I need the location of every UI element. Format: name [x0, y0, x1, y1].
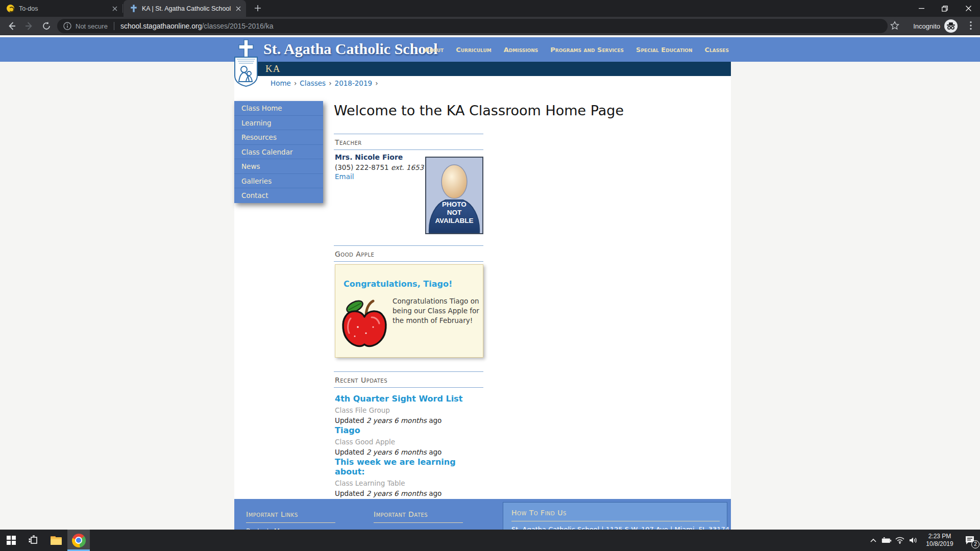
teacher-photo-placeholder: PHOTO NOT AVAILABLE: [425, 157, 483, 234]
site-footer: Important Links Pastor's Message Importa…: [234, 499, 731, 530]
footer-dates-column: Important Dates: [374, 510, 463, 523]
incognito-icon: [944, 19, 958, 33]
tab-title: To-dos: [19, 5, 112, 12]
breadcrumb-home[interactable]: Home: [271, 79, 291, 87]
wifi-icon[interactable]: [893, 530, 906, 551]
phone-extension: ext. 1653: [391, 163, 424, 171]
good-apple-section-heading: Good Apple: [334, 245, 483, 262]
notification-badge: 2: [971, 540, 979, 548]
close-button[interactable]: [957, 0, 980, 17]
sidebar-item-class-calendar[interactable]: Class Calendar: [234, 145, 323, 160]
clock-time: 2:23 PM: [922, 533, 958, 540]
school-name: St. Agatha Catholic School: [263, 40, 438, 58]
cross-favicon-icon: [130, 5, 137, 12]
sidebar-item-news[interactable]: News: [234, 159, 323, 174]
breadcrumb-separator: ›: [375, 79, 378, 87]
updated-prefix: Updated: [335, 489, 364, 497]
breadcrumb-year[interactable]: 2018-2019: [335, 79, 373, 87]
updated-suffix: ago: [429, 448, 442, 456]
updated-time: 2 years 6 months: [366, 416, 427, 424]
action-center-button[interactable]: 2: [960, 530, 980, 551]
update-link[interactable]: This week we are learning about:: [335, 457, 488, 477]
photo-text-line: NOT: [426, 209, 482, 217]
sidebar-item-resources[interactable]: Resources: [234, 130, 323, 145]
recent-updates-section-title: Recent Updates: [335, 376, 387, 384]
tab-separator: [122, 4, 123, 13]
volume-icon[interactable]: [906, 530, 920, 551]
update-item: Tiago Class Good Apple Updated 2 years 6…: [335, 425, 488, 456]
system-tray: 2:23 PM 10/8/2019 2: [867, 530, 980, 551]
back-icon[interactable]: [7, 21, 17, 31]
restore-button[interactable]: [933, 0, 957, 17]
tab-close-icon[interactable]: [236, 6, 241, 11]
tab-close-icon[interactable]: [112, 6, 117, 11]
sidebar-item-contact[interactable]: Contact: [234, 188, 323, 203]
update-link[interactable]: 4th Quarter Sight Word List: [335, 394, 488, 404]
nav-curriculum[interactable]: Curriculum: [456, 46, 492, 54]
page-title: Welcome to the KA Classroom Home Page: [334, 103, 624, 118]
class-sidebar-menu: Class Home Learning Resources Class Cale…: [234, 101, 323, 203]
update-timestamp: Updated 2 years 6 months ago: [335, 448, 488, 456]
task-view-button[interactable]: [22, 530, 45, 551]
clock-date: 10/8/2019: [922, 540, 958, 548]
updated-suffix: ago: [429, 489, 442, 497]
update-item: 4th Quarter Sight Word List Class File G…: [335, 394, 488, 424]
chrome-taskbar-button[interactable]: [67, 530, 90, 551]
breadcrumb-classes[interactable]: Classes: [300, 79, 326, 87]
update-category: Class Good Apple: [335, 438, 488, 446]
todos-favicon-icon: [7, 5, 14, 12]
sidebar-item-galleries[interactable]: Galleries: [234, 174, 323, 189]
battery-icon[interactable]: [880, 530, 893, 551]
taskbar-clock[interactable]: 2:23 PM 10/8/2019: [922, 533, 958, 548]
footer-rule: [246, 522, 335, 523]
bookmark-star-icon[interactable]: [890, 21, 899, 30]
photo-text-line: PHOTO: [426, 201, 482, 209]
school-logo-icon: [232, 39, 260, 88]
breadcrumb-separator: ›: [329, 79, 331, 87]
footer-rule: [374, 522, 463, 523]
update-category: Class File Group: [335, 406, 488, 414]
tab-todos[interactable]: To-dos: [0, 0, 122, 17]
url-path: /classes/2015-2016/ka: [202, 22, 273, 30]
how-to-find-us-title: How To Find Us: [511, 509, 720, 517]
minimize-button[interactable]: [910, 0, 933, 17]
teacher-section-heading: Teacher: [334, 134, 483, 150]
update-link[interactable]: Tiago: [335, 425, 488, 435]
window-controls: [910, 0, 980, 17]
good-apple-card: Congratulations, Tiago! Congratulations …: [335, 264, 483, 358]
start-button[interactable]: [0, 530, 22, 551]
tab-ka-school[interactable]: KA | St. Agatha Catholic School: [124, 0, 246, 17]
file-explorer-button[interactable]: [45, 530, 67, 551]
sidebar-item-class-home[interactable]: Class Home: [234, 101, 323, 116]
updated-prefix: Updated: [335, 416, 364, 424]
phone-number: (305) 222-8751: [335, 163, 389, 171]
incognito-label: Incognito: [913, 22, 940, 30]
page-url: school.stagathaonline.org/classes/2015-2…: [120, 22, 274, 30]
reload-icon[interactable]: [41, 21, 52, 31]
nav-admissions[interactable]: Admissions: [504, 46, 538, 54]
forward-icon[interactable]: [24, 21, 34, 31]
nav-programs-and-services[interactable]: Programs and Services: [550, 46, 624, 54]
menu-kebab-icon[interactable]: [970, 21, 972, 30]
nav-classes[interactable]: Classes: [705, 46, 729, 54]
tray-chevron-icon[interactable]: [867, 530, 880, 551]
updated-time: 2 years 6 months: [366, 489, 427, 497]
address-bar[interactable]: Not secure school.stagathaonline.org/cla…: [57, 19, 888, 33]
class-code: KA: [265, 63, 280, 74]
teacher-name: Mrs. Nicole Fiore: [335, 153, 403, 161]
tab-title: KA | St. Agatha Catholic School: [142, 5, 236, 12]
url-domain: school.stagathaonline.org: [120, 22, 202, 30]
update-category: Class Learning Table: [335, 479, 488, 487]
info-icon[interactable]: [63, 22, 71, 30]
footer-rule: [511, 521, 720, 521]
nav-about[interactable]: About: [424, 46, 444, 54]
nav-special-education[interactable]: Special Education: [636, 46, 693, 54]
file-explorer-icon: [51, 536, 62, 545]
sidebar-item-learning[interactable]: Learning: [234, 116, 323, 131]
url-divider: [114, 22, 114, 30]
new-tab-icon[interactable]: [254, 5, 261, 12]
teacher-email-link[interactable]: Email: [335, 172, 354, 181]
good-apple-message: Congratulations Tiago on being our Class…: [393, 296, 480, 325]
security-label: Not secure: [76, 22, 108, 30]
breadcrumb: Home›Classes›2018-2019›: [271, 79, 381, 87]
